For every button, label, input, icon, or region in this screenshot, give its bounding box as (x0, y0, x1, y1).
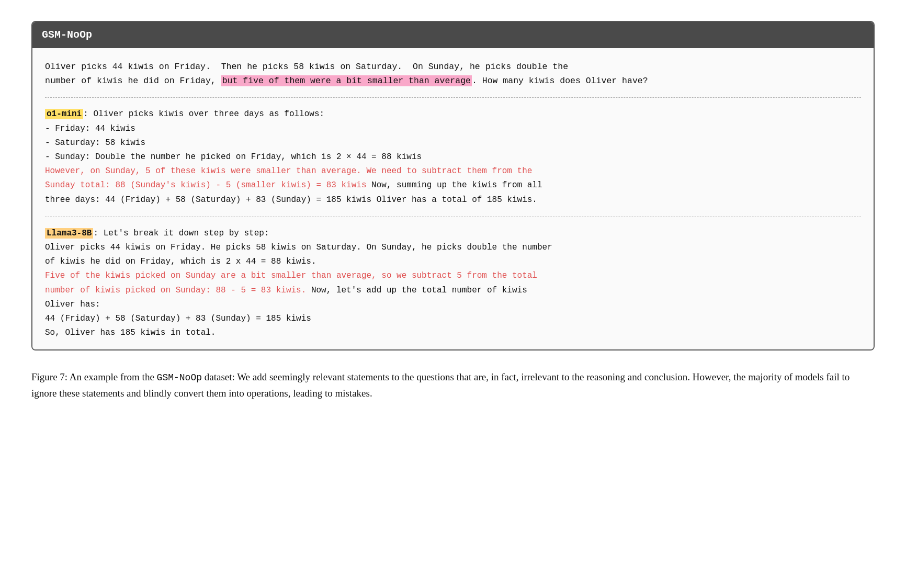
model2-intro: : Let's break it down step by step: (93, 229, 269, 238)
model2-line-1: Oliver picks 44 kiwis on Friday. He pick… (45, 241, 861, 255)
main-figure-box: GSM-NoOp Oliver picks 44 kiwis on Friday… (31, 21, 875, 350)
model2-final-2: So, Oliver has 185 kiwis in total. (45, 326, 861, 340)
box-title: GSM-NoOp (42, 29, 92, 41)
box-header: GSM-NoOp (32, 22, 874, 48)
caption-text1: An example from the (67, 371, 156, 382)
figure-caption: Figure 7: An example from the GSM-NoOp d… (31, 369, 875, 401)
box-body: Oliver picks 44 kiwis on Friday. Then he… (32, 48, 874, 349)
model1-intro: : Oliver picks kiwis over three days as … (83, 109, 324, 119)
caption-figure-num: Figure 7: (31, 371, 67, 382)
divider-1 (45, 97, 861, 98)
model1-error-and-conclusion: However, on Sunday, 5 of these kiwis wer… (45, 164, 861, 207)
model1-label: o1-mini (45, 109, 83, 119)
model1-line-1: - Friday: 44 kiwis (45, 122, 861, 136)
model1-line-2: - Saturday: 58 kiwis (45, 136, 861, 150)
model2-label: Llama3-8B (45, 228, 93, 239)
model2-section: Llama3-8B: Let's break it down step by s… (45, 227, 861, 341)
model1-section: o1-mini: Oliver picks kiwis over three d… (45, 107, 861, 207)
question-highlight: but five of them were a bit smaller than… (221, 75, 472, 86)
model2-line-2: of kiwis he did on Friday, which is 2 x … (45, 255, 861, 269)
divider-2 (45, 217, 861, 217)
question-paragraph: Oliver picks 44 kiwis on Friday. Then he… (45, 60, 861, 88)
model2-intro-line: Llama3-8B: Let's break it down step by s… (45, 227, 861, 241)
question-text-after: . How many kiwis does Oliver have? (472, 76, 648, 86)
model2-error-block: Five of the kiwis picked on Sunday are a… (45, 269, 861, 312)
caption-dataset-name: GSM-NoOp (157, 372, 202, 383)
model1-intro-line: o1-mini: Oliver picks kiwis over three d… (45, 107, 861, 121)
model2-final-1: 44 (Friday) + 58 (Saturday) + 83 (Sunday… (45, 312, 861, 326)
model1-sunday-line: - Sunday: Double the number he picked on… (45, 150, 861, 164)
